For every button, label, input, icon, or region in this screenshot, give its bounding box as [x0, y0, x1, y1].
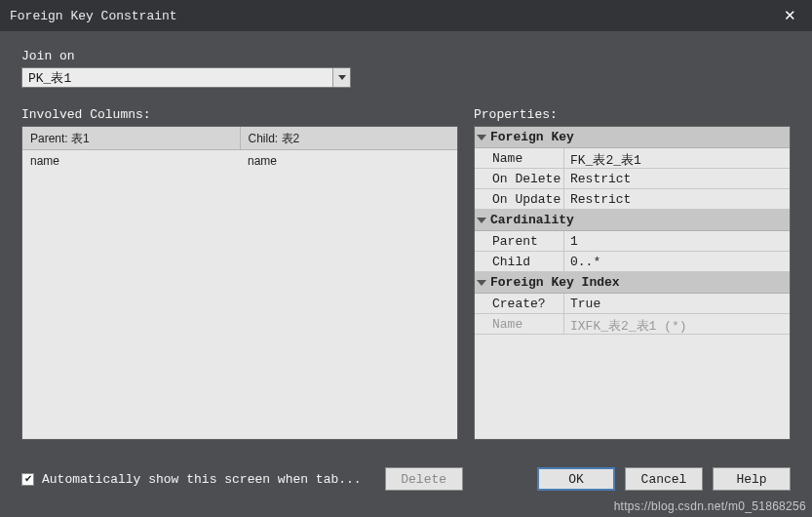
ok-button[interactable]: OK [537, 467, 615, 491]
properties-label: Properties: [474, 107, 791, 122]
group-title: Foreign Key [490, 130, 574, 144]
prop-row-index-name: Name IXFK_表2_表1 (*) [475, 314, 790, 335]
auto-show-checkbox[interactable]: ✔ [21, 473, 34, 486]
group-title: Foreign Key Index [490, 275, 620, 290]
collapse-icon [477, 280, 486, 286]
involved-columns-table: Parent: 表1 Child: 表2 name name [21, 126, 458, 440]
prop-value: 0..* [564, 252, 790, 271]
involved-columns-label: Involved Columns: [21, 107, 458, 122]
footer-right: OK Cancel Help [537, 467, 791, 491]
delete-button: Delete [385, 467, 463, 491]
prop-label: Parent [475, 231, 564, 251]
prop-row-on-update[interactable]: On Update Restrict [475, 189, 790, 210]
table-header-row: Parent: 表1 Child: 表2 [22, 127, 457, 150]
prop-value: 1 [564, 231, 790, 251]
prop-row-parent[interactable]: Parent 1 [475, 231, 790, 252]
footer-left: ✔ Automatically show this screen when ta… [21, 467, 463, 491]
cancel-button[interactable]: Cancel [625, 467, 703, 491]
titlebar: Foreign Key Constraint ✕ [0, 0, 812, 31]
prop-value: Restrict [564, 189, 790, 209]
prop-row-create[interactable]: Create? True [475, 294, 790, 314]
collapse-icon [477, 135, 486, 140]
prop-label: Create? [475, 294, 564, 313]
parent-cell: name [22, 150, 240, 174]
prop-row-on-delete[interactable]: On Delete Restrict [475, 169, 790, 189]
chevron-down-icon [332, 68, 350, 87]
prop-value: Restrict [564, 169, 790, 188]
prop-value: IXFK_表2_表1 (*) [564, 314, 790, 334]
child-cell: name [240, 150, 457, 174]
dialog-content: Join on PK_表1 Involved Columns: Parent: … [0, 31, 812, 500]
prop-label: On Update [475, 189, 564, 209]
join-on-label: Join on [21, 49, 791, 63]
collapse-icon [477, 218, 486, 223]
prop-label: On Delete [475, 169, 564, 188]
window-title: Foreign Key Constraint [10, 9, 778, 23]
prop-label: Name [475, 148, 564, 168]
child-column-header[interactable]: Child: 表2 [241, 127, 458, 150]
group-cardinality[interactable]: Cardinality [475, 210, 790, 231]
watermark-text: https://blog.csdn.net/m0_51868256 [614, 499, 806, 513]
prop-label: Child [475, 252, 564, 271]
close-icon[interactable]: ✕ [778, 5, 802, 26]
join-on-value: PK_表1 [28, 69, 71, 87]
prop-value: FK_表2_表1 [564, 148, 790, 168]
prop-row-name[interactable]: Name FK_表2_表1 [475, 148, 790, 169]
table-row[interactable]: name name [22, 150, 457, 174]
group-foreign-key[interactable]: Foreign Key [475, 127, 790, 148]
prop-value: True [564, 294, 790, 313]
group-title: Cardinality [490, 213, 574, 227]
parent-column-header[interactable]: Parent: 表1 [22, 127, 241, 150]
join-on-dropdown[interactable]: PK_表1 [21, 67, 351, 88]
help-button[interactable]: Help [713, 467, 791, 491]
group-foreign-key-index[interactable]: Foreign Key Index [475, 272, 790, 294]
auto-show-label: Automatically show this screen when tab.… [42, 472, 362, 487]
prop-row-child[interactable]: Child 0..* [475, 252, 790, 272]
properties-grid: Foreign Key Name FK_表2_表1 On Delete Rest… [474, 126, 791, 440]
prop-label: Name [475, 314, 564, 334]
